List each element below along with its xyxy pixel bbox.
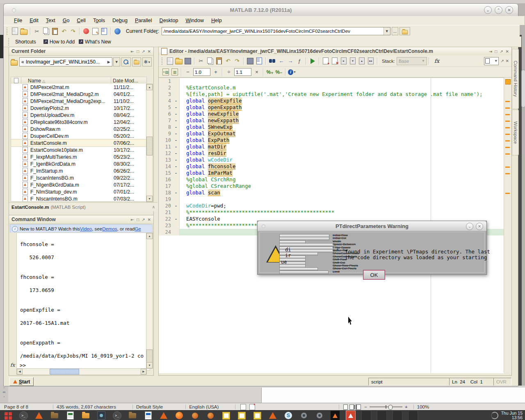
up-one-level-button[interactable] [132,57,142,66]
dialog-minimize-button[interactable]: ⌄ [466,223,473,230]
menu-desktop[interactable]: Desktop [156,17,182,24]
writer-language[interactable]: English (USA) [189,404,219,409]
code-line[interactable]: 8-global SWnewExp [159,124,504,130]
function-hints-icon[interactable]: fx [10,362,15,368]
stack-select[interactable]: Base▼ [397,57,427,65]
close-panel-icon[interactable]: ✕ [148,49,151,54]
menu-edit[interactable]: Edit [26,17,42,24]
taskbar-item-matlab[interactable] [31,411,47,420]
step-icon[interactable]: ▸ [340,57,348,65]
step-in-icon[interactable]: ▾ [349,57,357,65]
command-window-hscrollbar[interactable]: ◀ ▶ [16,368,147,375]
compare-icon[interactable] [255,57,263,65]
actions-button[interactable]: ✱▼ [142,57,152,66]
code-line[interactable]: 10-global ExpPath [159,137,504,144]
file-row[interactable]: F_IexpMultiTseries.m05/23/2... [11,153,146,160]
document-modified-icon[interactable] [249,404,255,410]
dialog-menu-dot[interactable] [262,224,265,228]
comment-icon[interactable]: %₊ [266,68,274,76]
scroll-down-icon[interactable]: ▼ [146,196,153,202]
search-button[interactable] [121,57,131,66]
analyzer-warning-indicator[interactable] [505,79,511,84]
dialog-title-bar[interactable]: PTdirectParameters Warning ⌄ ✕ [258,221,486,231]
toolbar-grip[interactable] [8,38,11,46]
maximize-panel-icon[interactable]: □ [137,217,139,222]
menu-debug[interactable]: Debug [109,17,131,24]
file-row[interactable]: F_IscanIntensBG.m09/22/2... [11,174,146,181]
scroll-left-icon[interactable]: ◀ [17,369,23,374]
paste-icon[interactable] [51,27,59,35]
code-line[interactable]: 11-global matDir [159,144,504,150]
minimize-button[interactable]: ⌄ [484,6,492,14]
copy-icon[interactable] [42,27,50,35]
decrease-value-button[interactable]: − [184,68,192,76]
copy-icon[interactable] [206,57,214,65]
set-breakpoint-icon[interactable] [322,57,330,65]
breadcrumb-folder[interactable]: InovImager_jwrCF_WINLinx150... [26,59,100,65]
command-window-output[interactable]: fhconsole = 526.0007 fhconsole = 173.065… [16,233,150,370]
divisor-field[interactable]: 1.1 [234,68,251,76]
function-hints-icon[interactable]: fx [434,58,439,64]
undock-icon[interactable]: ↗ [142,217,145,222]
breadcrumb-dropdown-button[interactable]: ▼ [113,57,120,66]
file-row[interactable]: DsuperCellDev.m05/20/2... [11,132,146,139]
zoom-slider[interactable]: − + [364,404,407,409]
taskbar-item-firefox-small[interactable] [187,411,203,420]
taskbar-item-matlab-active[interactable] [343,411,358,420]
menu-go[interactable]: Go [59,17,73,24]
file-row[interactable]: DMPexcel2mat.m11/11/2... [11,84,146,91]
getting-started-link[interactable]: Ge [135,226,141,231]
analyzer-warning-tick[interactable] [505,173,510,174]
code-line[interactable]: 3%[file,path] = uiputfile('.mat','Create… [159,91,504,98]
file-row[interactable]: EstartConsole.m07/06/2... [11,139,146,146]
file-row[interactable]: DshowRaw.m02/25/2... [11,126,146,132]
maximize-button[interactable]: ⌃ [495,6,502,14]
tab-workspace[interactable]: Workspace [512,110,519,155]
taskbar-item-empty-4[interactable] [405,411,421,420]
divide-value-button[interactable]: ÷ [225,68,233,76]
increase-value-button[interactable]: + [212,68,220,76]
maximize-panel-icon[interactable]: □ [495,49,497,54]
breadcrumb-back[interactable]: « [21,59,24,65]
split-view-dropdown[interactable]: ▼ [484,57,499,65]
taskbar-item-libreoffice-calc[interactable] [62,411,78,420]
clear-breakpoints-icon[interactable] [331,57,339,65]
scroll-down-icon[interactable]: ▼ [146,362,153,368]
taskbar-item-camera-2[interactable] [312,411,327,420]
close-button[interactable]: ✕ [505,6,513,14]
scrollbar-thumb[interactable] [146,349,153,363]
analyzer-warning-tick[interactable] [505,134,510,135]
start-button[interactable]: Start [9,377,34,386]
undock-editor-icon[interactable]: ↗ [500,59,504,63]
scroll-up-icon[interactable]: ▲ [146,233,153,239]
collapse-details-icon[interactable]: ∧ [152,205,155,209]
new-script-icon[interactable] [11,27,19,35]
taskbar-item-terminal-small[interactable]: >_ [109,411,125,420]
new-script-icon[interactable] [166,57,174,65]
code-line[interactable]: 2%EstartConsole.m [159,84,504,91]
menu-parallel[interactable]: Parallel [131,17,156,24]
analyzer-warning-tick[interactable] [505,121,510,122]
taskbar-item-matlab-2[interactable] [156,411,171,420]
menu-window[interactable]: Window [182,17,207,24]
analyzer-warning-tick[interactable] [505,167,510,168]
analyzer-warning-tick[interactable] [505,193,510,194]
code-line[interactable]: 19 [159,196,504,203]
taskbar-item-image-editor-2[interactable] [234,411,249,420]
up-folder-button[interactable] [399,27,410,35]
taskbar-item-skype[interactable]: S [281,411,296,420]
hscrollbar-thumb[interactable] [50,369,79,374]
shortcut-how-to-add[interactable]: How to Add [50,39,75,45]
scrollbar-thumb[interactable] [146,137,153,155]
taskbar-clock[interactable]: Thu Jun 1513:56 [491,411,525,420]
code-line[interactable]: 16%global CSrchRng [159,176,504,183]
toolbar-grip[interactable] [162,57,164,65]
cell-info-icon[interactable]: i▼ [288,68,296,76]
writer-page-count[interactable]: Page 8 of 8 [4,404,28,409]
code-line[interactable]: 14-global fhconsole [159,163,504,170]
paste-icon[interactable] [215,57,223,65]
taskbar-item-matlab-3[interactable] [265,411,281,420]
open-file-icon[interactable] [20,27,28,35]
scroll-up-icon[interactable]: ▲ [146,84,153,90]
code-line[interactable]: 9-global ExpOutmat [159,130,504,137]
